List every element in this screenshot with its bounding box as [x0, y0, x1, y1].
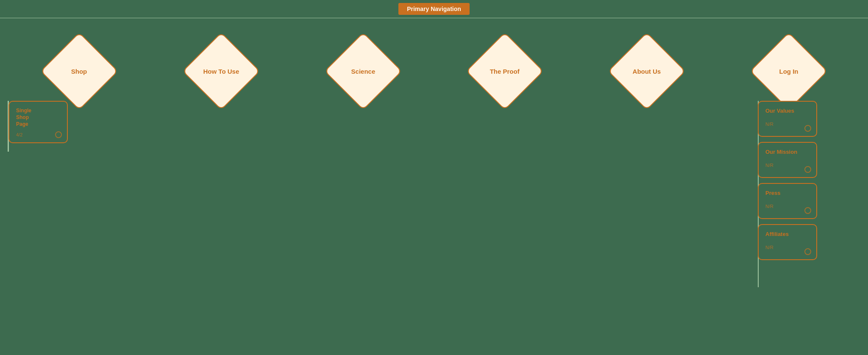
shop-label: Shop [72, 68, 88, 75]
press-circle [804, 207, 811, 214]
science-nav-item: Science [292, 44, 434, 107]
shop-dropdown-item1[interactable]: Single [16, 108, 60, 114]
how-to-use-diamond[interactable]: How To Use [182, 32, 260, 110]
shop-dropdown-sub: 4/2 [16, 132, 60, 137]
affiliates-circle [804, 248, 811, 255]
shop-diamond[interactable]: Shop [40, 32, 118, 110]
about-dropdowns-container: Our Values N/R Our Mission N/R Press N/R… [758, 101, 817, 260]
nav-area: Shop How To Use Science The Proof About … [0, 18, 868, 116]
how-to-use-label: How To Use [203, 67, 239, 75]
about-dropdown-our-mission[interactable]: Our Mission N/R [758, 142, 817, 178]
how-to-use-circle-indicator [218, 101, 224, 107]
log-in-label: Log In [779, 68, 798, 75]
shop-dropdown-panel: Single Shop Page 4/2 [8, 101, 68, 143]
our-values-sub: N/R [765, 122, 810, 127]
about-dropdown-our-values[interactable]: Our Values N/R [758, 101, 817, 137]
our-mission-circle [804, 166, 811, 173]
about-us-nav-item: About Us [576, 44, 718, 107]
about-dropdown-affiliates[interactable]: Affiliates N/R [758, 224, 817, 260]
science-circle-indicator [360, 101, 366, 107]
how-to-use-nav-item: How To Use [150, 44, 292, 107]
our-mission-sub: N/R [765, 163, 810, 168]
top-bar: Primary Navigation [0, 0, 868, 18]
press-sub: N/R [765, 204, 810, 209]
shop-dropdown-item3[interactable]: Page [16, 121, 60, 127]
our-values-title: Our Values [765, 108, 810, 114]
affiliates-sub: N/R [765, 245, 810, 250]
about-us-diamond[interactable]: About Us [608, 32, 686, 110]
shop-dropdown-circle [55, 131, 62, 138]
the-proof-nav-item: The Proof [434, 44, 576, 107]
shop-dropdown-item2[interactable]: Shop [16, 114, 60, 120]
our-values-circle [804, 125, 811, 132]
the-proof-label: The Proof [490, 68, 520, 75]
log-in-diamond[interactable]: Log In [750, 32, 828, 110]
shop-nav-item: Shop [8, 44, 150, 107]
about-us-circle-indicator [644, 101, 650, 107]
science-diamond[interactable]: Science [324, 32, 402, 110]
about-dropdown-press[interactable]: Press N/R [758, 183, 817, 219]
log-in-nav-item: Log In [718, 44, 860, 107]
primary-nav-button[interactable]: Primary Navigation [398, 3, 470, 15]
press-title: Press [765, 190, 810, 196]
the-proof-diamond[interactable]: The Proof [466, 32, 544, 110]
our-mission-title: Our Mission [765, 149, 810, 155]
affiliates-title: Affiliates [765, 231, 810, 237]
about-us-label: About Us [633, 67, 661, 75]
science-label: Science [351, 68, 375, 75]
